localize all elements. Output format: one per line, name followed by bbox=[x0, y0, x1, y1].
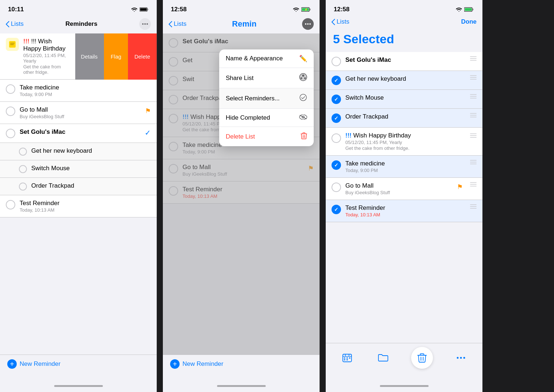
list-item: Get her new keyboard bbox=[0, 143, 157, 160]
check-circle[interactable] bbox=[332, 133, 341, 143]
back-label-1: Lists bbox=[11, 20, 24, 28]
chevron-left-icon bbox=[6, 21, 9, 27]
check-circle[interactable] bbox=[6, 129, 15, 138]
check-circle-checked[interactable]: ✓ bbox=[332, 95, 341, 104]
new-reminder-button-1[interactable]: + New Reminder bbox=[7, 359, 149, 369]
selected-count-title: 5 Selected bbox=[326, 29, 482, 52]
svg-point-3 bbox=[142, 23, 144, 25]
check-circle-checked[interactable]: ✓ bbox=[332, 76, 341, 85]
nav-title-2: Remin bbox=[232, 19, 256, 29]
trash-icon bbox=[301, 132, 307, 141]
new-reminder-label-2: New Reminder bbox=[182, 360, 223, 368]
check-circle[interactable] bbox=[332, 183, 341, 192]
chevron-left-icon bbox=[332, 19, 335, 25]
svg-rect-56 bbox=[346, 357, 348, 359]
back-button-1[interactable]: Lists bbox=[6, 20, 24, 28]
more-button-1[interactable] bbox=[139, 18, 151, 30]
svg-point-21 bbox=[300, 94, 306, 101]
calendar-grid-icon bbox=[342, 353, 352, 363]
move-to-list-button[interactable] bbox=[375, 350, 391, 366]
swipe-details-btn[interactable]: Details bbox=[75, 33, 104, 80]
status-icons-1 bbox=[131, 7, 149, 12]
list-item: Take medicine Today, 9:00 PM bbox=[0, 80, 157, 102]
dropdown-item-name-appearance[interactable]: Name & Appearance ✏️ bbox=[219, 49, 314, 68]
dropdown-label: Share List bbox=[226, 75, 254, 82]
check-circle[interactable] bbox=[6, 84, 15, 94]
dropdown-item-share[interactable]: Share List bbox=[219, 68, 314, 88]
check-circle[interactable] bbox=[19, 165, 27, 173]
more-dots-icon bbox=[142, 23, 148, 25]
back-button-2[interactable]: Lists bbox=[169, 20, 186, 28]
wifi-icon bbox=[131, 7, 137, 12]
reminder-title: Get her new keyboard bbox=[345, 75, 466, 83]
dropdown-item-select[interactable]: Select Reminders... bbox=[219, 88, 314, 109]
check-circle[interactable] bbox=[332, 57, 341, 66]
dropdown-item-hide-completed[interactable]: Hide Completed bbox=[219, 109, 314, 127]
svg-point-19 bbox=[301, 77, 302, 79]
list-item: Set Golu's iMac bbox=[326, 52, 482, 71]
status-bar-3: 12:58 bbox=[326, 0, 482, 16]
home-bar bbox=[217, 385, 266, 387]
list-item: ✓ Switch Mouse bbox=[326, 90, 482, 109]
reminder-subtitle: Today, 9:00 PM bbox=[20, 92, 151, 97]
swipe-reminder-row: Details Flag Delete !!! !!! Wish Happy B… bbox=[0, 33, 157, 80]
svg-point-13 bbox=[305, 23, 306, 25]
svg-rect-11 bbox=[310, 9, 311, 11]
list-item: ✓ Order Trackpad bbox=[326, 109, 482, 128]
home-bar bbox=[54, 385, 103, 387]
list-item: !!! Wish Happy Birthday 05/12/20, 11:45 … bbox=[326, 128, 482, 156]
check-circle-checked[interactable]: ✓ bbox=[332, 113, 341, 123]
svg-rect-29 bbox=[470, 60, 477, 61]
reminder-title: Switch Mouse bbox=[345, 94, 466, 101]
reminder-title: Switch Mouse bbox=[31, 165, 151, 172]
svg-rect-26 bbox=[473, 9, 474, 11]
svg-rect-45 bbox=[470, 182, 477, 183]
folder-icon bbox=[378, 353, 389, 362]
svg-point-62 bbox=[463, 357, 465, 359]
wifi-icon bbox=[293, 7, 299, 12]
svg-rect-34 bbox=[470, 96, 477, 97]
svg-rect-35 bbox=[470, 98, 477, 99]
home-bar bbox=[380, 385, 429, 387]
check-circle[interactable] bbox=[6, 107, 15, 116]
delete-selected-button[interactable] bbox=[411, 347, 433, 369]
svg-rect-41 bbox=[470, 137, 477, 138]
list-item: Go to Mall Buy iGeeksBlog Stuff ⚑ bbox=[0, 102, 157, 124]
more-dots-icon bbox=[457, 357, 465, 359]
home-indicator-1 bbox=[0, 380, 157, 392]
new-reminder-button-2[interactable]: + New Reminder bbox=[170, 359, 312, 369]
calendar-grid-button[interactable] bbox=[339, 350, 355, 366]
dropdown-item-delete-list[interactable]: Delete List bbox=[219, 127, 314, 146]
phone1: 10:11 Lists Reminders bbox=[0, 0, 157, 392]
new-reminder-label-1: New Reminder bbox=[20, 360, 60, 368]
separator-2 bbox=[320, 0, 326, 392]
swipe-flag-btn[interactable]: Flag bbox=[104, 33, 128, 80]
more-button-2[interactable] bbox=[302, 18, 314, 30]
more-dots-icon bbox=[305, 23, 311, 25]
reminder-subtitle2: Get the cake from other fridge. bbox=[345, 145, 466, 151]
back-label-3: Lists bbox=[337, 18, 349, 25]
svg-rect-58 bbox=[344, 359, 345, 360]
svg-point-60 bbox=[457, 357, 458, 359]
nav-bar-3: Lists Done bbox=[326, 16, 482, 29]
bottom-bar-2: + New Reminder bbox=[163, 355, 320, 380]
swipe-row-title: !!! !!! Wish Happy Birthday bbox=[23, 38, 69, 52]
list-item: ✓ Take medicine Today, 9:00 PM bbox=[326, 156, 482, 178]
check-circle-checked[interactable]: ✓ bbox=[332, 205, 341, 214]
reminder-subtitle: Today, 10:13 AM bbox=[345, 212, 466, 217]
check-circle[interactable] bbox=[19, 148, 27, 156]
check-circle[interactable] bbox=[19, 183, 27, 191]
dropdown-label: Hide Completed bbox=[226, 114, 270, 121]
back-button-3[interactable]: Lists bbox=[332, 18, 349, 25]
flag-icon: ⚑ bbox=[457, 183, 463, 191]
reminders-list-3: Set Golu's iMac ✓ Get her new keyboard bbox=[326, 52, 482, 343]
share-icon bbox=[299, 73, 307, 83]
more-options-button[interactable] bbox=[453, 350, 469, 366]
check-circle[interactable] bbox=[6, 200, 15, 209]
svg-rect-40 bbox=[470, 135, 477, 136]
check-circle-checked[interactable]: ✓ bbox=[332, 160, 341, 170]
swipe-delete-btn[interactable]: Delete bbox=[128, 33, 157, 80]
svg-rect-50 bbox=[470, 208, 477, 209]
done-button[interactable]: Done bbox=[461, 18, 477, 25]
separator-1 bbox=[157, 0, 163, 392]
